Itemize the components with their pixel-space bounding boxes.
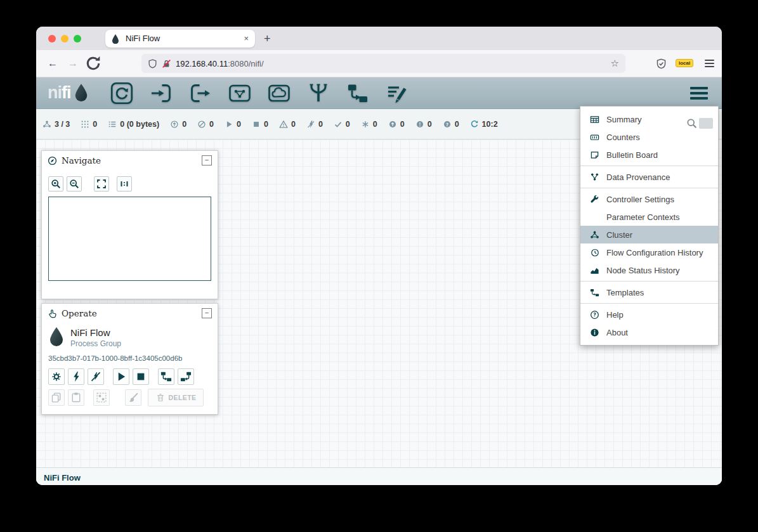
input-port-icon[interactable] bbox=[150, 82, 173, 105]
bolt-slash-icon bbox=[89, 370, 102, 383]
chart-icon bbox=[589, 266, 600, 275]
menu-item-flow-configuration-history[interactable]: Flow Configuration History bbox=[580, 243, 718, 261]
output-port-icon[interactable] bbox=[189, 82, 212, 105]
search-field-stub[interactable] bbox=[699, 118, 713, 129]
global-search[interactable] bbox=[686, 118, 713, 129]
counters-icon bbox=[589, 133, 600, 142]
navigate-panel-header: Navigate − bbox=[42, 151, 218, 170]
paste-icon bbox=[70, 391, 82, 404]
group-icon bbox=[95, 391, 108, 404]
fill-color-button[interactable] bbox=[125, 389, 141, 406]
process-group-icon[interactable] bbox=[228, 82, 251, 105]
funnel-icon[interactable] bbox=[307, 82, 330, 105]
logo-text-ni: ni bbox=[48, 83, 62, 103]
refresh-icon[interactable] bbox=[470, 120, 479, 129]
menu-item-node-status-history[interactable]: Node Status History bbox=[580, 261, 718, 279]
bolt-icon bbox=[70, 370, 82, 383]
status-stopped: 0 bbox=[252, 120, 268, 129]
zoom-fit-button[interactable] bbox=[94, 176, 109, 191]
desktop-background: NiFi Flow × + ← → 192.168.40.11 :8080/ni… bbox=[0, 0, 758, 532]
macos-traffic-lights bbox=[36, 35, 104, 42]
forward-button[interactable]: → bbox=[64, 55, 82, 72]
url-bar[interactable]: 192.168.40.11 :8080/nifi/ ☆ bbox=[141, 54, 625, 73]
cluster-icon bbox=[42, 120, 51, 129]
search-icon[interactable] bbox=[686, 118, 697, 129]
paint-brush-icon bbox=[127, 391, 140, 404]
processor-icon[interactable] bbox=[110, 82, 133, 105]
table-icon bbox=[589, 115, 600, 124]
copy-button[interactable] bbox=[48, 389, 65, 406]
macos-zoom-button[interactable] bbox=[74, 35, 81, 42]
play-icon bbox=[115, 370, 127, 383]
tracking-protection-shield-icon[interactable] bbox=[148, 59, 157, 68]
zoom-in-button[interactable] bbox=[48, 176, 63, 191]
paste-button[interactable] bbox=[68, 389, 84, 406]
menu-item-data-provenance[interactable]: Data Provenance bbox=[580, 168, 718, 186]
macos-close-button[interactable] bbox=[48, 35, 56, 42]
trash-icon bbox=[155, 393, 166, 403]
svg-text:?: ? bbox=[593, 312, 596, 318]
status-up-to-date: 0 bbox=[334, 120, 350, 129]
zoom-out-button[interactable] bbox=[67, 176, 82, 191]
menu-item-counters[interactable]: Counters bbox=[580, 128, 718, 146]
operate-buttons-row-2: DELETE bbox=[48, 389, 211, 406]
exclamation-circle-icon bbox=[415, 120, 424, 129]
operate-panel: Operate − NiFi Flow Process Group bbox=[41, 303, 218, 415]
menu-item-about[interactable]: About bbox=[580, 323, 718, 341]
shield-check-icon[interactable] bbox=[656, 58, 667, 69]
selected-component-id[interactable]: 35cbd3b7-017b-1000-8bff-1c3405c00d6b bbox=[48, 354, 211, 362]
menu-item-cluster[interactable]: Cluster bbox=[580, 226, 718, 243]
configuration-button[interactable] bbox=[48, 368, 65, 385]
check-icon bbox=[334, 120, 343, 129]
collapse-operate-button[interactable]: − bbox=[202, 308, 212, 318]
stop-button[interactable] bbox=[133, 368, 149, 385]
asterisk-icon bbox=[361, 120, 370, 129]
question-circle-icon: ? bbox=[443, 120, 452, 129]
macos-minimize-button[interactable] bbox=[61, 35, 69, 42]
menu-item-bulletin-board[interactable]: Bulletin Board bbox=[580, 146, 718, 164]
birdseye-view[interactable] bbox=[48, 197, 211, 281]
play-icon bbox=[225, 120, 233, 129]
breadcrumb-root[interactable]: NiFi Flow bbox=[44, 473, 81, 483]
bookmark-star-icon[interactable]: ☆ bbox=[611, 58, 619, 69]
menu-divider bbox=[580, 281, 718, 282]
upload-template-button[interactable] bbox=[158, 368, 174, 385]
menu-item-parameter-contexts[interactable]: Parameter Contexts bbox=[580, 208, 718, 226]
browser-tab[interactable]: NiFi Flow × bbox=[105, 30, 255, 48]
menu-item-help[interactable]: ? Help bbox=[580, 306, 718, 323]
cluster-icon bbox=[589, 230, 600, 240]
tab-title: NiFi Flow bbox=[126, 34, 242, 43]
start-button[interactable] bbox=[113, 368, 129, 385]
compass-icon bbox=[48, 156, 57, 165]
selected-component-type: Process Group bbox=[70, 339, 121, 348]
disable-button[interactable] bbox=[88, 368, 104, 385]
status-refresh[interactable]: 10:2 bbox=[470, 120, 498, 129]
reload-icon bbox=[84, 55, 102, 72]
remote-process-group-icon[interactable] bbox=[268, 82, 291, 105]
back-button[interactable]: ← bbox=[44, 55, 62, 72]
hand-icon bbox=[48, 309, 57, 318]
group-button[interactable] bbox=[93, 389, 110, 406]
profile-button[interactable]: local bbox=[676, 58, 696, 69]
label-icon[interactable] bbox=[386, 82, 408, 105]
logo-text-fi: fi bbox=[62, 83, 71, 103]
template-icon bbox=[589, 288, 600, 297]
collapse-navigate-button[interactable]: − bbox=[202, 155, 212, 165]
firefox-menu-button[interactable] bbox=[705, 60, 714, 67]
enable-button[interactable] bbox=[68, 368, 84, 385]
tab-close-icon[interactable]: × bbox=[242, 34, 250, 43]
status-sync-failure: ? 0 bbox=[443, 120, 459, 129]
delete-button[interactable]: DELETE bbox=[148, 389, 204, 406]
wrench-icon bbox=[589, 195, 600, 204]
navigate-panel: Navigate − bbox=[41, 150, 218, 299]
insecure-lock-icon[interactable] bbox=[162, 59, 171, 68]
menu-item-templates[interactable]: Templates bbox=[580, 283, 718, 301]
global-menu-button[interactable] bbox=[688, 84, 710, 102]
template-icon[interactable] bbox=[346, 82, 369, 105]
new-tab-button[interactable]: + bbox=[264, 33, 271, 44]
zoom-actual-button[interactable] bbox=[117, 176, 132, 191]
reload-button[interactable] bbox=[84, 55, 102, 72]
status-connected-nodes: 3 / 3 bbox=[42, 120, 70, 129]
create-template-button[interactable] bbox=[178, 368, 194, 385]
menu-item-controller-settings[interactable]: Controller Settings bbox=[580, 190, 718, 208]
